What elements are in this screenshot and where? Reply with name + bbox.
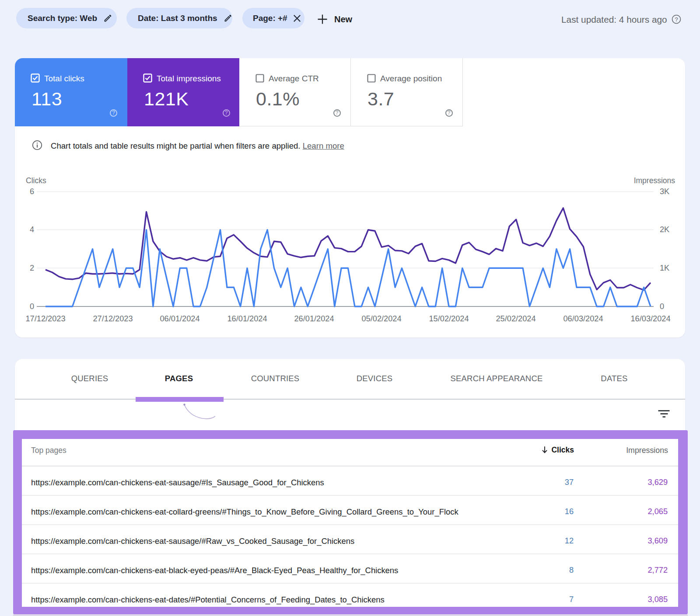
svg-text:0: 0	[660, 302, 664, 311]
svg-text:16/03/2024: 16/03/2024	[630, 314, 670, 323]
svg-text:27/12/2023: 27/12/2023	[93, 314, 133, 323]
svg-text:05/02/2024: 05/02/2024	[361, 314, 401, 323]
svg-text:0: 0	[30, 302, 34, 311]
svg-text:06/01/2024: 06/01/2024	[160, 314, 200, 323]
svg-text:2: 2	[30, 264, 34, 272]
svg-text:3K: 3K	[660, 187, 669, 196]
svg-text:Impressions: Impressions	[634, 176, 676, 185]
svg-text:1K: 1K	[660, 264, 669, 272]
svg-text:4: 4	[30, 225, 34, 234]
svg-text:26/01/2024: 26/01/2024	[294, 314, 334, 323]
svg-text:06/03/2024: 06/03/2024	[563, 314, 603, 323]
svg-text:15/02/2024: 15/02/2024	[429, 314, 469, 323]
svg-text:Clicks: Clicks	[26, 176, 46, 185]
svg-text:2K: 2K	[660, 225, 669, 234]
svg-text:25/02/2024: 25/02/2024	[496, 314, 536, 323]
svg-text:16/01/2024: 16/01/2024	[227, 314, 267, 323]
svg-text:6: 6	[30, 187, 34, 196]
svg-text:17/12/2023: 17/12/2023	[25, 314, 65, 323]
